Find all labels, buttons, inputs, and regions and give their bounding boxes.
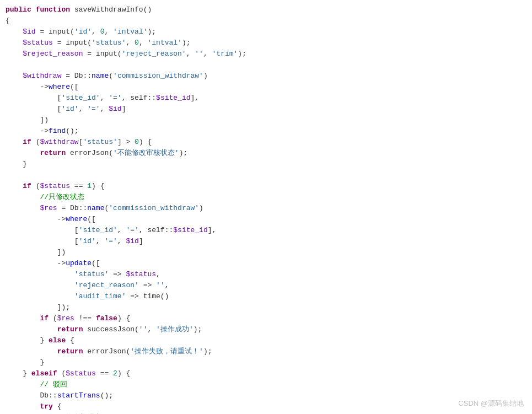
code-line: ['site_id', '=', self::$site_id], [0, 93, 532, 104]
code-line: $status = input('status', 0, 'intval'); [0, 37, 532, 49]
code-line [0, 60, 532, 71]
code-line: 'audit_time' => time() [0, 291, 532, 302]
code-line: ->where([ [0, 82, 532, 93]
code-line: { [0, 15, 532, 26]
code-line: public function saveWithdrawInfo() [0, 4, 532, 15]
code-line: ]) [0, 247, 532, 258]
code-line: } [0, 159, 532, 170]
code-line: Db::startTrans(); [0, 390, 532, 401]
code-line: ]) [0, 115, 532, 126]
code-line: ]); [0, 302, 532, 313]
code-line: } [0, 357, 532, 368]
code-line: try { [0, 401, 532, 412]
code-container: public function saveWithdrawInfo(){ $id … [0, 0, 532, 414]
code-line: $res = Db::name('commission_withdraw') [0, 203, 532, 214]
code-line: if ($withdraw['status'] > 0) { [0, 137, 532, 148]
code-line: ['id', '=', $id] [0, 104, 532, 115]
code-line: ['id', '=', $id] [0, 236, 532, 247]
watermark: CSDN @源码集结地 [458, 398, 524, 409]
code-line [0, 170, 532, 181]
code-line: ->update([ [0, 258, 532, 269]
code-line: if ($status == 1) { [0, 181, 532, 192]
code-line: ->where([ [0, 214, 532, 225]
code-line: ['site_id', '=', self::$site_id], [0, 225, 532, 236]
code-line: 'reject_reason' => '', [0, 280, 532, 291]
code-line: // 驳回 [0, 379, 532, 390]
code-line: ->find(); [0, 126, 532, 137]
code-line: return errorJson('不能修改审核状态'); [0, 148, 532, 159]
code-line: $reject_reason = input('reject_reason', … [0, 49, 532, 60]
code-line: $withdraw = Db::name('commission_withdra… [0, 71, 532, 82]
code-line: if ($res !== false) { [0, 313, 532, 324]
code-line: } elseif ($status == 2) { [0, 368, 532, 379]
code-line: //只修改状态 [0, 192, 532, 203]
code-line: $id = input('id', 0, 'intval'); [0, 26, 532, 37]
code-line: } else { [0, 335, 532, 346]
code-line: return successJson('', '操作成功'); [0, 324, 532, 335]
code-line: return errorJson('操作失败，请重试！'); [0, 346, 532, 357]
code-line: 'status' => $status, [0, 269, 532, 280]
